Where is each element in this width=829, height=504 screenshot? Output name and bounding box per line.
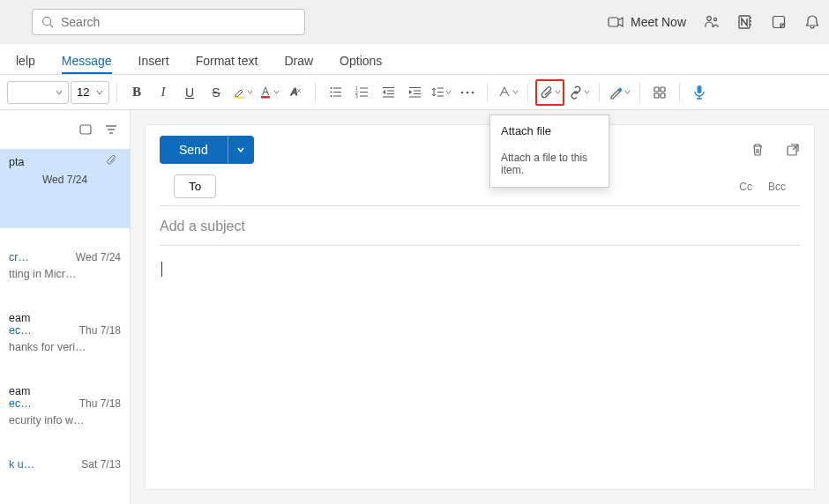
font-color-button[interactable]: A [257,79,281,106]
meet-now-button[interactable]: Meet Now [608,15,686,29]
message-date: Wed 7/24 [9,174,121,186]
ribbon: 12 B I U S A A 123 At [0,75,829,110]
tooltip-body: Attach a file to this item. [501,152,598,176]
attach-file-button[interactable]: Attach file Attach a file to this item. [535,79,564,106]
svg-rect-31 [414,91,421,92]
increase-indent-button[interactable] [402,79,427,106]
message-body[interactable] [146,246,814,295]
message-preview: ecurity info w… [9,414,121,426]
highlighter-icon [233,85,246,99]
pop-out-button[interactable] [786,143,800,157]
font-size-value: 12 [77,85,89,99]
svg-text:A: A [290,86,297,97]
bold-button[interactable]: B [124,79,149,106]
highlight-button[interactable] [230,79,255,106]
tab-help[interactable]: lelp [16,54,35,74]
apps-icon [653,85,667,100]
svg-rect-2 [609,18,618,26]
message-item[interactable]: k u… Sat 7/13 [0,451,130,484]
to-input[interactable] [227,180,728,194]
styles-icon [497,85,512,99]
tab-format-text[interactable]: Format text [196,54,258,74]
svg-rect-15 [333,88,341,89]
svg-rect-32 [414,93,421,94]
filter-icon[interactable] [105,123,117,136]
bcc-button[interactable]: Bcc [768,181,786,193]
message-date: Thu 7/18 [79,324,121,337]
svg-rect-28 [387,93,394,94]
message-preview: tting in Micr… [9,268,121,280]
svg-rect-44 [698,85,702,93]
decrease-indent-button[interactable] [376,79,400,106]
message-subject: ec… [9,397,32,410]
number-list-icon: 123 [355,85,369,99]
svg-rect-30 [409,87,421,88]
paperclip-icon [540,85,554,100]
dictate-button[interactable] [687,79,712,106]
search-box[interactable] [32,9,305,35]
bulleted-list-button[interactable] [323,79,347,106]
title-bar: Meet Now [0,0,829,44]
search-input[interactable] [61,15,295,29]
note-icon[interactable] [771,14,787,30]
main-area: pta Wed 7/24 cr… Wed 7/24 tting in Micr…… [0,110,829,504]
svg-point-16 [330,92,332,93]
svg-point-0 [43,18,51,26]
delete-draft-button[interactable] [751,143,765,157]
svg-rect-41 [661,87,665,92]
cc-button[interactable]: Cc [739,181,752,193]
numbered-list-button[interactable]: 123 [349,79,374,106]
strikethrough-button[interactable]: S [204,79,228,106]
font-size-select[interactable]: 12 [71,81,109,104]
styles-button[interactable] [495,79,520,106]
apps-button[interactable] [647,79,672,106]
more-formatting-button[interactable] [455,79,480,106]
svg-rect-25 [360,96,368,97]
svg-rect-27 [387,91,394,92]
line-spacing-button[interactable] [429,79,453,106]
send-options-button[interactable] [228,136,254,164]
svg-rect-40 [654,87,659,92]
tab-draw[interactable]: Draw [284,54,313,74]
svg-rect-43 [661,93,665,98]
svg-rect-29 [383,97,394,98]
select-mode-icon[interactable] [78,122,93,137]
bullet-list-icon [329,85,342,99]
font-color-icon: A [259,85,273,99]
signature-button[interactable] [607,79,632,106]
svg-point-38 [467,91,469,93]
teams-icon[interactable] [704,14,720,30]
tab-message[interactable]: Message [62,54,112,74]
font-name-select[interactable] [7,81,69,104]
italic-button[interactable]: I [151,79,176,106]
to-button[interactable]: To [174,174,216,198]
meet-now-label: Meet Now [631,15,686,29]
svg-point-14 [330,87,332,89]
svg-rect-33 [409,97,421,98]
subject-input[interactable] [160,219,800,234]
bell-icon[interactable] [804,14,820,30]
message-date: Wed 7/24 [76,251,121,263]
tab-insert[interactable]: Insert [138,54,169,74]
onenote-icon[interactable] [737,14,753,30]
message-item[interactable]: pta Wed 7/24 [0,149,130,228]
tab-options[interactable]: Options [340,54,382,74]
underline-button[interactable]: U [177,79,202,106]
message-subject: ec… [9,324,32,337]
clear-formatting-button[interactable]: A [283,79,308,106]
paperclip-icon [106,154,117,166]
signature-icon [609,85,624,100]
send-button[interactable]: Send [160,136,228,164]
indent-icon [408,85,422,99]
compose-card: Send To Cc Bcc [145,124,815,490]
message-item[interactable]: eam ec… Thu 7/18 hanks for veri… [0,305,130,362]
clear-format-icon: A [289,85,302,99]
message-from: k u… [9,458,34,471]
message-preview: hanks for veri… [9,341,121,353]
link-button[interactable] [566,79,592,106]
message-item[interactable]: cr… Wed 7/24 tting in Micr… [0,244,130,289]
search-icon [41,16,54,28]
message-item[interactable]: eam ec… Thu 7/18 ecurity info w… [0,378,130,435]
svg-rect-45 [80,125,91,134]
text-cursor [161,262,162,277]
